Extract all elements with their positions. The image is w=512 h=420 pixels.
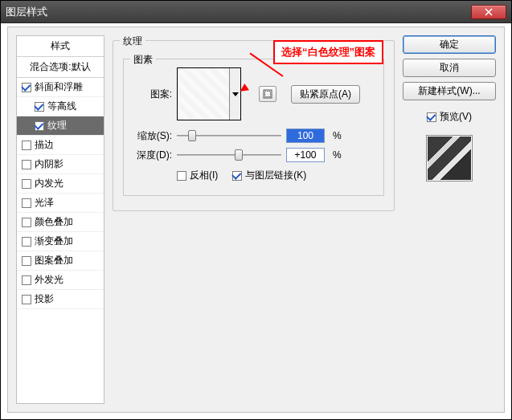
style-item-3[interactable]: 描边 xyxy=(17,136,104,155)
style-item-11[interactable]: 投影 xyxy=(17,290,104,309)
new-style-button[interactable]: 新建样式(W)... xyxy=(403,82,496,100)
percent-label: % xyxy=(333,130,342,141)
scale-slider[interactable] xyxy=(177,129,281,142)
style-item-8[interactable]: 渐变叠加 xyxy=(17,232,104,251)
scale-input[interactable]: 100 xyxy=(286,128,325,143)
style-item-1[interactable]: 等高线 xyxy=(17,97,104,116)
checkbox-icon[interactable] xyxy=(22,237,31,247)
checkbox-icon xyxy=(177,171,186,181)
style-item-label: 等高线 xyxy=(47,100,76,113)
style-item-label: 内发光 xyxy=(35,177,63,190)
style-item-4[interactable]: 内阴影 xyxy=(17,155,104,174)
style-item-label: 内阴影 xyxy=(35,157,63,171)
scale-label: 缩放(S): xyxy=(132,129,172,143)
depth-label: 深度(D): xyxy=(132,149,172,162)
link-checkbox[interactable]: 与图层链接(K) xyxy=(232,169,306,182)
pattern-row: 图案: 贴紧原点(A) xyxy=(132,67,375,120)
ok-button[interactable]: 确定 xyxy=(403,35,496,54)
style-item-7[interactable]: 颜色叠加 xyxy=(17,213,104,232)
styles-list: 斜面和浮雕等高线纹理描边内阴影内发光光泽颜色叠加渐变叠加图案叠加外发光投影 xyxy=(17,78,104,309)
pattern-label: 图案: xyxy=(132,88,172,101)
close-button[interactable] xyxy=(471,5,506,19)
preview-thumbnail xyxy=(426,135,473,181)
percent-label: % xyxy=(333,149,342,161)
style-item-label: 斜面和浮雕 xyxy=(35,80,83,94)
invert-checkbox[interactable]: 反相(I) xyxy=(177,169,218,182)
svg-rect-1 xyxy=(265,92,271,97)
dialog-buttons: 确定 取消 新建样式(W)... 预览(V) xyxy=(403,35,496,404)
style-item-9[interactable]: 图案叠加 xyxy=(17,251,104,271)
element-group: 图素 图案: 贴紧原点(A) xyxy=(123,59,384,196)
preview-checkbox[interactable]: 预览(V) xyxy=(403,110,496,124)
checkbox-icon[interactable] xyxy=(22,179,31,189)
style-item-0[interactable]: 斜面和浮雕 xyxy=(17,78,104,97)
style-item-label: 描边 xyxy=(35,138,54,152)
slider-thumb[interactable] xyxy=(188,130,196,141)
style-item-2[interactable]: 纹理 xyxy=(17,116,104,136)
depth-row: 深度(D): +100 % xyxy=(132,148,375,162)
snap-origin-button[interactable]: 贴紧原点(A) xyxy=(291,85,360,104)
new-preset-icon xyxy=(263,89,272,99)
checkbox-icon xyxy=(232,171,242,181)
checkbox-icon[interactable] xyxy=(35,102,44,112)
link-label: 与图层链接(K) xyxy=(245,169,306,182)
titlebar[interactable]: 图层样式 xyxy=(1,1,511,23)
style-item-label: 投影 xyxy=(35,292,54,306)
styles-header: 样式 xyxy=(17,36,104,57)
depth-slider[interactable] xyxy=(177,149,281,161)
dialog-content: 样式 混合选项:默认 斜面和浮雕等高线纹理描边内阴影内发光光泽颜色叠加渐变叠加图… xyxy=(7,27,505,413)
style-item-label: 图案叠加 xyxy=(35,254,73,267)
checkbox-icon[interactable] xyxy=(22,160,31,169)
annotation-callout: 选择“白色纹理”图案 xyxy=(273,40,383,64)
styles-panel: 样式 混合选项:默认 斜面和浮雕等高线纹理描边内阴影内发光光泽颜色叠加渐变叠加图… xyxy=(16,35,104,404)
checkbox-icon[interactable] xyxy=(22,275,31,285)
style-item-label: 外发光 xyxy=(35,273,63,287)
checkbox-icon[interactable] xyxy=(22,218,31,227)
checkbox-icon[interactable] xyxy=(22,295,31,304)
style-item-6[interactable]: 光泽 xyxy=(17,194,104,213)
pattern-picker[interactable] xyxy=(177,67,241,120)
checkbox-icon[interactable] xyxy=(22,256,31,266)
checkbox-icon xyxy=(427,112,436,122)
chevron-down-icon[interactable] xyxy=(229,68,240,120)
depth-input[interactable]: +100 xyxy=(286,148,325,162)
style-item-label: 颜色叠加 xyxy=(35,215,73,229)
new-preset-button[interactable] xyxy=(259,86,276,102)
layer-style-dialog: 图层样式 样式 混合选项:默认 斜面和浮雕等高线纹理描边内阴影内发光光泽颜色叠加… xyxy=(0,0,512,420)
checkbox-icon[interactable] xyxy=(22,83,31,92)
style-item-label: 纹理 xyxy=(47,119,67,133)
blend-options[interactable]: 混合选项:默认 xyxy=(17,57,104,78)
style-item-label: 光泽 xyxy=(35,196,54,210)
texture-group-legend: 纹理 xyxy=(120,35,145,48)
checkbox-row: 反相(I) 与图层链接(K) xyxy=(132,169,375,182)
pattern-swatch xyxy=(178,68,229,120)
checkbox-icon[interactable] xyxy=(35,121,44,131)
invert-label: 反相(I) xyxy=(190,169,218,182)
window-title: 图层样式 xyxy=(6,5,47,19)
style-item-label: 渐变叠加 xyxy=(35,234,73,248)
style-item-5[interactable]: 内发光 xyxy=(17,174,104,194)
texture-group: 纹理 图素 图案: 贴紧原点(A) xyxy=(113,40,395,211)
cancel-button[interactable]: 取消 xyxy=(403,59,496,77)
scale-row: 缩放(S): 100 % xyxy=(132,128,375,143)
element-group-legend: 图素 xyxy=(130,53,156,67)
preview-label: 预览(V) xyxy=(440,110,472,124)
checkbox-icon[interactable] xyxy=(22,198,31,208)
checkbox-icon[interactable] xyxy=(22,141,31,150)
style-item-10[interactable]: 外发光 xyxy=(17,271,104,290)
slider-thumb[interactable] xyxy=(235,149,243,161)
settings-area: 纹理 图素 图案: 贴紧原点(A) xyxy=(113,35,395,404)
close-icon xyxy=(485,8,493,16)
